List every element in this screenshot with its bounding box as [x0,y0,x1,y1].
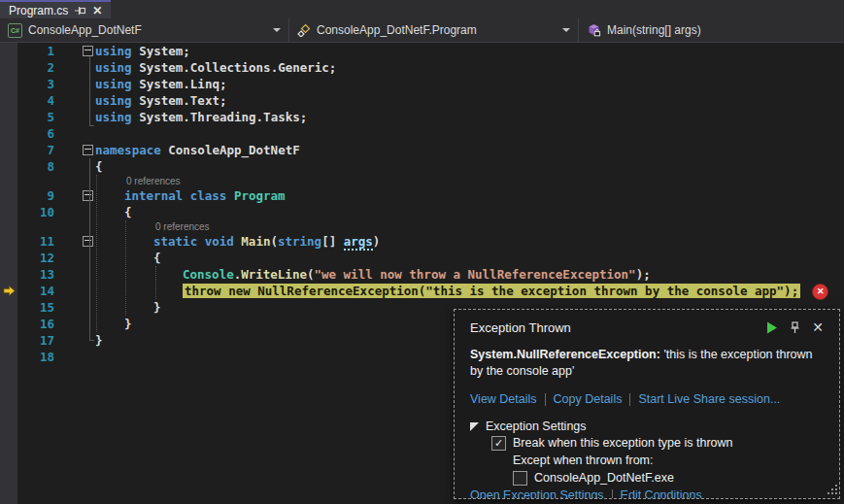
code-text[interactable]: internal class Program [95,187,844,204]
code-token [226,188,234,203]
line-number: 6 [17,125,54,142]
close-tab-icon[interactable]: ✕ [92,4,102,17]
code-text[interactable]: { [95,204,844,220]
type-dropdown[interactable]: ConsoleApp_DotNetF.Program [289,18,579,42]
checkbox-unchecked-icon[interactable] [513,471,527,486]
code-token: { [95,159,103,174]
code-token: } [95,333,103,348]
code-line: 5using System.Threading.Tasks; [0,109,844,125]
codelens-row: 0 references [0,220,844,233]
breakpoint-margin[interactable] [0,109,17,125]
code-line: 3using System.Linq; [0,76,844,92]
code-text[interactable]: static void Main(string[] args) [95,233,844,250]
code-text[interactable]: { [95,250,844,266]
code-text[interactable]: using System; [95,43,844,59]
breakpoint-margin[interactable] [0,316,17,332]
class-icon [297,23,311,37]
fold-toggle-icon[interactable] [83,236,93,247]
exception-highlighted-statement[interactable]: throw new NullReferenceException("this i… [183,284,800,298]
breakpoint-margin[interactable] [0,283,17,299]
code-token: throw new NullReferenceException("this i… [185,284,798,298]
method-private-icon [587,23,601,37]
view-details-link[interactable]: View Details [470,392,537,406]
fold-toggle-icon[interactable] [83,190,93,201]
pin-popup-icon[interactable] [790,321,800,334]
breakpoint-margin[interactable] [0,158,17,175]
copy-details-link[interactable]: Copy Details [554,392,623,406]
code-line: 7namespace ConsoleApp_DotNetF [0,142,844,158]
codelens-references[interactable]: 0 references [95,175,844,187]
code-text[interactable]: using System.Threading.Tasks; [95,109,844,125]
outline-elbow [89,125,94,126]
breakpoint-margin[interactable] [0,332,17,349]
breakpoint-margin[interactable] [0,187,17,204]
module-checkbox[interactable]: ConsoleApp_DotNetF.exe [513,469,824,487]
code-token: System.Threading.Tasks; [132,110,308,124]
module-checkbox-label: ConsoleApp_DotNetF.exe [534,471,674,485]
close-popup-icon[interactable]: ✕ [812,319,824,335]
code-text[interactable]: throw new NullReferenceException("this i… [95,283,844,299]
code-text[interactable]: using System.Linq; [95,76,844,92]
code-text[interactable]: namespace ConsoleApp_DotNetF [95,142,844,158]
code-token: ) [373,234,381,249]
code-token: void [205,234,234,249]
project-dropdown[interactable]: C# ConsoleApp_DotNetF [0,18,289,42]
code-line: 10{ [0,204,844,220]
tab-title: Program.cs [9,4,68,17]
open-exception-settings-link[interactable]: Open Exception Settings [470,488,604,499]
breakpoint-margin[interactable] [0,220,17,233]
live-share-link[interactable]: Start Live Share session... [638,392,780,406]
code-token: System.Linq; [132,77,227,91]
code-token: [] [321,234,344,249]
line-number: 17 [17,332,54,349]
breakpoint-margin[interactable] [0,233,17,250]
fold-toggle-icon[interactable] [83,46,93,56]
separator [629,393,630,406]
checkbox-checked-icon[interactable]: ✓ [491,436,506,451]
chevron-down-icon [273,28,281,32]
code-text[interactable]: Console.WriteLine("we will now throw a N… [95,266,844,283]
navigation-bar: C# ConsoleApp_DotNetF ConsoleApp_DotNetF… [0,18,844,43]
breakpoint-margin[interactable] [0,76,17,92]
break-checkbox[interactable]: ✓ Break when this exception type is thro… [491,434,824,452]
edit-conditions-link[interactable]: Edit Conditions [621,488,702,499]
code-token: System; [132,44,190,58]
fold-toggle-icon[interactable] [83,145,93,155]
code-token: using [95,44,132,58]
breakpoint-margin[interactable] [0,266,17,283]
codelens-references[interactable]: 0 references [95,220,844,233]
continue-play-icon[interactable] [766,321,778,334]
breakpoint-margin[interactable] [0,142,17,158]
breakpoint-margin[interactable] [0,125,17,142]
code-text[interactable]: { [95,158,844,175]
breakpoint-margin[interactable] [0,204,17,220]
breakpoint-margin[interactable] [0,43,17,59]
member-dropdown-label: Main(string[] args) [607,23,701,37]
exception-message: System.NullReferenceException: 'this is … [470,347,824,380]
code-line: 11static void Main(string[] args) [0,233,844,250]
outline-margin [54,125,95,142]
outline-margin [54,142,95,158]
resize-grip[interactable] [826,485,837,496]
exception-settings-expander[interactable]: Exception Settings [470,419,824,434]
line-number: 11 [17,233,54,250]
breakpoint-margin[interactable] [0,250,17,266]
code-text[interactable]: using System.Text; [95,92,844,109]
member-dropdown[interactable]: Main(string[] args) [579,18,844,42]
breakpoint-margin[interactable] [0,349,17,365]
indent-guide [125,220,126,316]
code-text[interactable] [95,125,844,142]
code-token [183,188,190,203]
breakpoint-margin[interactable] [0,59,17,76]
breakpoint-margin[interactable] [0,175,17,187]
line-number-gutter [17,175,54,187]
line-number: 18 [17,349,54,365]
tab-program-cs[interactable]: Program.cs ✕ [0,0,111,18]
breakpoint-margin[interactable] [0,92,17,109]
code-text[interactable]: using System.Collections.Generic; [95,59,844,76]
pin-icon[interactable] [75,5,86,16]
exception-error-icon[interactable]: ✕ [812,284,828,300]
breakpoint-margin[interactable] [0,299,17,316]
line-number: 4 [17,92,54,109]
line-number: 3 [17,76,54,92]
